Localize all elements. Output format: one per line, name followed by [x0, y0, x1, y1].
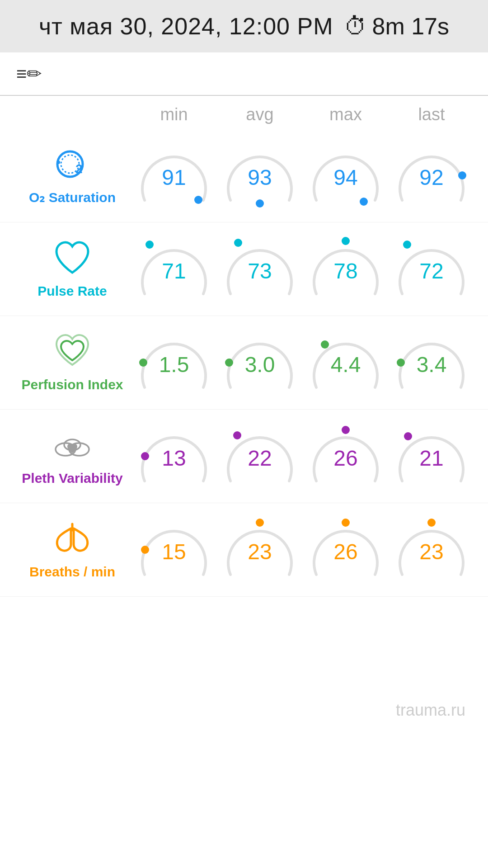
pleth-variability-icon	[52, 426, 93, 467]
pulse-avg-dot	[234, 239, 242, 247]
perfusion-min-gauge: 1.5	[131, 324, 217, 401]
pulse-min-gauge: 71	[131, 231, 217, 307]
col-last: last	[389, 105, 474, 124]
pleth-avg-dot	[233, 431, 241, 439]
pleth-last-gauge: 21	[389, 418, 474, 495]
o2-min-value: 91	[162, 165, 186, 190]
o2-saturation-row: 2 O₂ Saturation 91 93 94	[0, 129, 488, 222]
o2-saturation-icon: 2	[52, 145, 93, 186]
pleth-variability-row: Pleth Variability 13 22 26	[0, 410, 488, 503]
timer-icon: ⏱	[344, 13, 367, 40]
breaths-avg-value: 23	[248, 539, 272, 564]
perfusion-avg-value: 3.0	[245, 352, 275, 377]
perfusion-min-value: 1.5	[159, 352, 189, 377]
pulse-max-gauge: 78	[303, 231, 389, 307]
brand-name: trauma.ru	[396, 701, 465, 719]
perfusion-last-dot	[397, 359, 405, 367]
breaths-min-gauge: 15	[131, 511, 217, 588]
o2-last-dot	[458, 171, 466, 179]
o2-saturation-label: 2 O₂ Saturation	[14, 145, 131, 206]
pulse-max-dot	[342, 237, 350, 245]
header-duration: 8m 17s	[372, 13, 449, 40]
breaths-min-dot	[141, 546, 149, 554]
perfusion-index-name: Perfusion Index	[21, 377, 123, 393]
o2-min-gauge: 91	[131, 137, 217, 214]
o2-last-gauge: 92	[389, 137, 474, 214]
breaths-last-value: 23	[419, 539, 443, 564]
svg-text:2: 2	[75, 162, 83, 176]
pulse-min-dot	[145, 241, 154, 249]
o2-max-gauge: 94	[303, 137, 389, 214]
pleth-variability-name: Pleth Variability	[22, 470, 122, 486]
pleth-min-dot	[141, 452, 149, 460]
pleth-min-value: 13	[162, 446, 186, 471]
divider	[0, 95, 488, 96]
pleth-last-dot	[404, 432, 412, 440]
perfusion-last-value: 3.4	[417, 352, 447, 377]
perfusion-max-gauge: 4.4	[303, 324, 389, 401]
pleth-variability-label: Pleth Variability	[14, 426, 131, 486]
pulse-last-gauge: 72	[389, 231, 474, 307]
pleth-avg-gauge: 22	[217, 418, 303, 495]
edit-list-icon[interactable]: ≡✏	[16, 63, 42, 84]
perfusion-max-dot	[321, 340, 329, 349]
pulse-avg-gauge: 73	[217, 231, 303, 307]
o2-avg-value: 93	[248, 165, 272, 190]
pleth-last-value: 21	[419, 446, 443, 471]
col-max: max	[303, 105, 389, 124]
pulse-rate-row: Pulse Rate 71 73 78	[0, 222, 488, 316]
breaths-max-dot	[342, 519, 350, 527]
pulse-rate-label: Pulse Rate	[14, 239, 131, 299]
perfusion-avg-dot	[225, 359, 233, 367]
breaths-last-gauge: 23	[389, 511, 474, 588]
pulse-avg-value: 73	[248, 259, 272, 283]
breaths-label: Breaths / min	[14, 519, 131, 580]
pleth-max-dot	[342, 426, 350, 434]
breaths-name: Breaths / min	[29, 564, 115, 580]
o2-avg-gauge: 93	[217, 137, 303, 214]
svg-point-2	[56, 160, 60, 164]
pulse-max-value: 78	[333, 259, 357, 283]
o2-avg-dot	[256, 199, 264, 208]
o2-max-value: 94	[333, 165, 357, 190]
header-datetime: чт мая 30, 2024, 12:00 PM	[39, 13, 333, 40]
pulse-last-value: 72	[419, 259, 443, 283]
col-min: min	[131, 105, 217, 124]
pulse-rate-name: Pulse Rate	[38, 283, 107, 299]
breaths-last-dot	[427, 519, 436, 527]
breaths-avg-gauge: 23	[217, 511, 303, 588]
perfusion-index-row: Perfusion Index 1.5 3.0 4.4	[0, 316, 488, 410]
breaths-min-value: 15	[162, 539, 186, 564]
perfusion-avg-gauge: 3.0	[217, 324, 303, 401]
breaths-max-gauge: 26	[303, 511, 389, 588]
perfusion-min-dot	[139, 359, 147, 367]
pulse-rate-icon	[52, 239, 93, 279]
perfusion-max-value: 4.4	[331, 352, 361, 377]
header-timer: ⏱ 8m 17s	[344, 13, 449, 40]
pulse-min-value: 71	[162, 259, 186, 283]
pleth-max-gauge: 26	[303, 418, 389, 495]
col-avg: avg	[217, 105, 303, 124]
o2-last-value: 92	[419, 165, 443, 190]
pulse-last-dot	[403, 241, 411, 249]
perfusion-index-label: Perfusion Index	[14, 332, 131, 393]
perfusion-index-icon	[52, 332, 93, 373]
toolbar: ≡✏	[0, 52, 488, 95]
perfusion-last-gauge: 3.4	[389, 324, 474, 401]
column-headers: min avg max last	[0, 100, 488, 129]
pleth-min-gauge: 13	[131, 418, 217, 495]
o2-min-dot	[194, 196, 202, 204]
o2-saturation-name: O₂ Saturation	[29, 189, 116, 206]
o2-max-dot	[360, 198, 368, 206]
header: чт мая 30, 2024, 12:00 PM ⏱ 8m 17s	[0, 0, 488, 52]
breaths-icon	[52, 519, 93, 560]
pleth-avg-value: 22	[248, 446, 272, 471]
breaths-max-value: 26	[333, 539, 357, 564]
breaths-row: Breaths / min 15 23 26	[0, 503, 488, 597]
pleth-max-value: 26	[333, 446, 357, 471]
breaths-avg-dot	[256, 519, 264, 527]
footer: trauma.ru	[0, 687, 488, 733]
